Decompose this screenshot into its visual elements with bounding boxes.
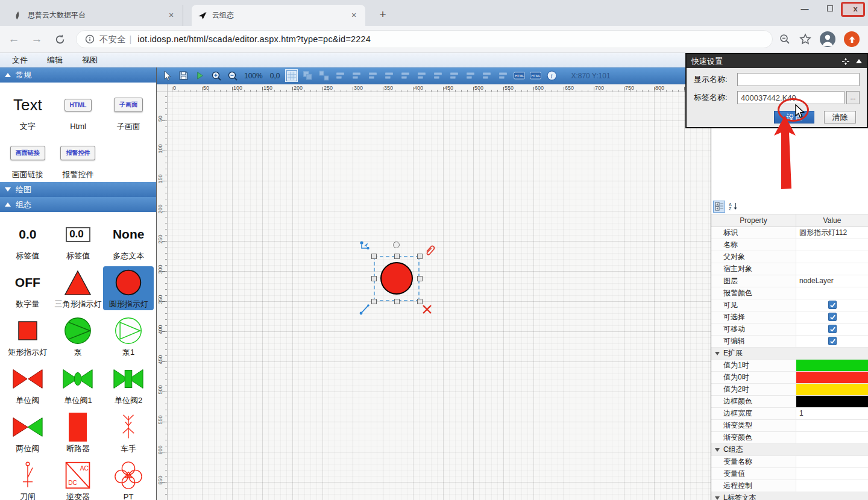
property-value[interactable] (796, 468, 868, 480)
color-swatch[interactable] (796, 360, 868, 371)
toolbar-run-icon[interactable] (194, 70, 206, 81)
tag-browse-button[interactable]: ... (846, 91, 860, 104)
resize-handle[interactable] (417, 299, 423, 304)
bookmark-star-icon[interactable] (799, 33, 811, 45)
forward-icon[interactable]: → (28, 30, 46, 48)
toolbar-pointer-icon[interactable] (162, 70, 173, 81)
property-row-6[interactable]: 可见 (711, 299, 868, 311)
palette-item-tag-value[interactable]: 0.0标签值 (2, 218, 53, 262)
property-row-2[interactable]: 父对象 (711, 251, 868, 263)
palette-item-valve-green-ellipse[interactable]: 单位阀1 (53, 363, 104, 407)
palette-item-breaker[interactable]: 断路器 (53, 411, 104, 455)
resize-handle[interactable] (371, 276, 377, 281)
toolbar-align-right-icon[interactable] (367, 70, 379, 81)
categorized-view-icon[interactable] (714, 201, 725, 212)
menu-item-2[interactable]: 视图 (82, 55, 98, 66)
url-bar[interactable]: 不安全 | iot.idosp.net/html/scada/editor.as… (76, 30, 773, 48)
toolbar-html-view-icon[interactable]: HTML (514, 70, 525, 81)
property-value[interactable] (796, 456, 868, 467)
display-name-input[interactable] (737, 73, 860, 86)
checkbox-checked-icon[interactable] (828, 325, 837, 333)
palette-section-drawing[interactable]: 绘图 (0, 182, 156, 197)
new-tab-button[interactable]: + (375, 7, 391, 23)
checkbox-checked-icon[interactable] (828, 337, 837, 345)
property-row-9[interactable]: 可编辑 (711, 336, 868, 348)
collapse-panel-icon[interactable] (856, 59, 862, 63)
property-value[interactable] (796, 420, 868, 431)
toolbar-lock-icon[interactable] (497, 70, 509, 81)
palette-item-screen-link-button[interactable]: 画面链接画面链接 (2, 137, 53, 181)
property-value[interactable] (796, 239, 868, 251)
property-row-14[interactable]: 边框颜色 (711, 396, 868, 408)
window-minimize-button[interactable]: — (796, 1, 814, 16)
toolbar-same-height-icon[interactable] (448, 70, 460, 81)
palette-item-valve-two-color[interactable]: 两位阀 (2, 411, 53, 455)
palette-item-circle-light[interactable]: 圆形指示灯 (103, 266, 154, 310)
palette-item-pump[interactable]: 泵 (53, 314, 104, 358)
toolbar-align-center-icon[interactable] (351, 70, 362, 81)
property-row-13[interactable]: 值为2时 (711, 384, 868, 396)
property-row-11[interactable]: 值为1时 (711, 360, 868, 372)
back-icon[interactable]: ← (5, 30, 23, 48)
toolbar-distribute-v-icon[interactable] (481, 70, 492, 81)
property-row-3[interactable]: 宿主对象 (711, 263, 868, 275)
palette-item-alarm-button[interactable]: 报警控件报警控件 (53, 137, 104, 181)
property-row-17[interactable]: 渐变颜色 (711, 432, 868, 444)
set-button[interactable]: 设置 (774, 111, 814, 123)
window-close-button[interactable]: x (846, 1, 864, 16)
clear-button[interactable]: 清除 (824, 111, 856, 123)
menu-item-1[interactable]: 编辑 (47, 55, 63, 66)
palette-item-digital-value[interactable]: OFF数字量 (2, 266, 53, 310)
property-row-21[interactable]: 远程控制 (711, 480, 868, 492)
toolbar-group-icon[interactable] (302, 70, 313, 81)
property-value[interactable] (796, 263, 868, 275)
property-row-20[interactable]: 变量值 (711, 468, 868, 480)
property-value[interactable] (796, 251, 868, 263)
palette-item-subscreen-button[interactable]: 子画面子画面 (103, 89, 154, 133)
resize-handle[interactable] (417, 276, 423, 281)
palette-item-text-sample[interactable]: Text文字 (2, 89, 53, 133)
property-row-1[interactable]: 名称 (711, 239, 868, 251)
property-row-19[interactable]: 变量名称 (711, 456, 868, 468)
palette-item-valve-green-rect[interactable]: 单位阀2 (103, 363, 154, 407)
palette-item-tag-value-box[interactable]: 0.0标签值 (53, 218, 104, 262)
browser-update-icon[interactable] (844, 31, 860, 47)
toolbar-align-middle-icon[interactable] (400, 70, 411, 81)
toolbar-ungroup-icon[interactable] (318, 70, 330, 81)
color-swatch[interactable] (796, 372, 868, 383)
toolbar-save-icon[interactable] (178, 70, 189, 81)
property-row-7[interactable]: 可选择 (711, 311, 868, 323)
zoom-page-icon[interactable] (779, 33, 791, 45)
site-info-icon[interactable] (85, 34, 95, 44)
palette-item-multi-text[interactable]: None多态文本 (103, 218, 154, 262)
palette-item-valve-red[interactable]: 单位阀 (2, 363, 53, 407)
color-swatch[interactable] (796, 396, 868, 407)
tag-name-input[interactable] (737, 91, 844, 104)
toolbar-align-bottom-icon[interactable] (416, 70, 427, 81)
resize-handle[interactable] (417, 254, 423, 259)
property-value[interactable] (796, 480, 868, 492)
property-row-0[interactable]: 标识圆形指示灯112 (711, 227, 868, 239)
property-row-5[interactable]: 报警颜色 (711, 287, 868, 299)
property-group-10[interactable]: E扩展 (711, 348, 868, 360)
toolbar-align-left-icon[interactable] (335, 70, 346, 81)
palette-item-knife-switch[interactable]: 刀闸 (2, 459, 53, 500)
property-group-18[interactable]: C组态 (711, 444, 868, 456)
palette-section-scada[interactable]: 组态 (0, 197, 156, 212)
toolbar-info-icon[interactable]: i (546, 70, 558, 81)
toolbar-canvas-grid-icon[interactable] (286, 70, 297, 81)
palette-item-triangle-light[interactable]: 三角形指示灯 (53, 266, 104, 310)
toolbar-align-top-icon[interactable] (383, 70, 395, 81)
property-row-8[interactable]: 可移动 (711, 323, 868, 336)
property-row-4[interactable]: 图层nodeLayer (711, 275, 868, 287)
tab-close-icon[interactable]: × (348, 10, 359, 21)
profile-avatar[interactable] (820, 31, 835, 47)
alphabetical-sort-icon[interactable]: AZ (728, 201, 738, 212)
tab-scada-editor[interactable]: 云组态 × (192, 5, 365, 26)
property-row-15[interactable]: 边框宽度1 (711, 408, 868, 420)
quick-settings-titlebar[interactable]: 快速设置 (687, 54, 867, 68)
property-value[interactable]: nodeLayer (796, 275, 868, 287)
palette-item-rect-light[interactable]: 矩形指示灯 (2, 314, 53, 358)
menu-item-0[interactable]: 文件 (12, 55, 28, 66)
property-row-12[interactable]: 值为0时 (711, 372, 868, 384)
